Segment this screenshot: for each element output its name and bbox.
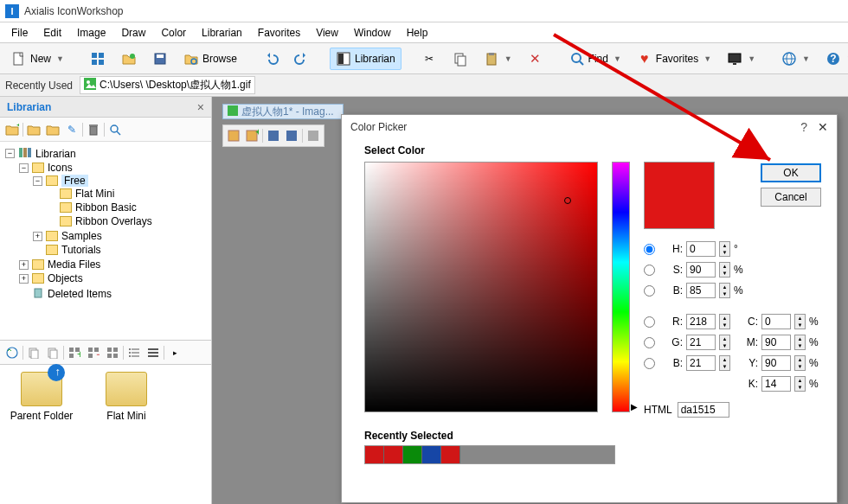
spin-buttons[interactable]: ▲▼ — [794, 314, 806, 329]
tree-free[interactable]: Free — [61, 175, 88, 187]
close-icon[interactable]: ✕ — [818, 120, 828, 134]
new-button[interactable]: New ▼ — [5, 48, 70, 70]
c-input[interactable] — [761, 314, 791, 329]
tree-ribbonoverlays[interactable]: Ribbon Overlays — [75, 215, 152, 227]
spin-buttons[interactable]: ▲▼ — [719, 355, 730, 371]
parent-folder-item[interactable]: Parent Folder — [7, 372, 76, 422]
spin-buttons[interactable]: ▲▼ — [719, 241, 730, 257]
find-button[interactable]: Find ▼ — [563, 48, 627, 70]
tree-flatmini[interactable]: Flat Mini — [75, 188, 114, 200]
cut-button[interactable]: ✂ — [415, 48, 443, 70]
spin-buttons[interactable]: ▲▼ — [719, 283, 730, 298]
s-input[interactable] — [686, 262, 716, 278]
tool-icon[interactable] — [226, 128, 241, 144]
tree-root[interactable]: Librarian — [35, 148, 76, 160]
redo-button[interactable] — [288, 48, 316, 70]
edit-icon[interactable]: ✎ — [63, 121, 80, 138]
tree-objects[interactable]: Objects — [48, 272, 83, 284]
ok-button[interactable]: OK — [761, 163, 821, 182]
expand-icon[interactable]: + — [33, 232, 42, 241]
document-tab[interactable]: 虚拟人物1* - Imag... — [222, 104, 344, 119]
open-button[interactable] — [115, 48, 143, 70]
folder-star-icon[interactable] — [25, 121, 42, 138]
tool-icon[interactable]: ✦ — [244, 128, 260, 144]
g-radio[interactable] — [644, 337, 655, 348]
new-folder-icon[interactable]: ✦ — [3, 121, 21, 138]
grid-plus-icon[interactable]: + — [66, 344, 83, 361]
menu-view[interactable]: View — [308, 24, 346, 41]
tool-icon[interactable] — [305, 128, 321, 144]
globe-button[interactable]: ▼ — [775, 48, 816, 70]
save-icon[interactable] — [284, 128, 299, 144]
librarian-button[interactable]: Librarian — [330, 48, 402, 70]
tree-deleted[interactable]: Deleted Items — [48, 288, 112, 300]
paste-button[interactable]: ▼ — [478, 48, 518, 70]
tree-tutorials[interactable]: Tutorials — [61, 244, 101, 256]
collapse-icon[interactable]: − — [33, 176, 42, 186]
list-detail-icon[interactable] — [145, 344, 162, 361]
librarian-tree[interactable]: −Librarian −Icons −Free Flat Mini Ribbon… — [0, 142, 211, 341]
help-button[interactable]: ?▼ — [819, 48, 848, 70]
sat-radio[interactable] — [644, 265, 655, 276]
monitor-button[interactable]: ▼ — [721, 48, 761, 70]
copy-icon[interactable] — [25, 344, 42, 361]
delete-button[interactable]: ✕ — [522, 48, 549, 70]
folder-icon[interactable] — [44, 121, 61, 138]
copy-button[interactable] — [446, 48, 474, 70]
k-input[interactable] — [761, 376, 791, 392]
tree-icons[interactable]: Icons — [48, 162, 73, 174]
list-icon[interactable] — [125, 344, 143, 361]
swatch[interactable] — [403, 446, 422, 463]
more-icon[interactable]: ▸ — [166, 344, 183, 361]
spin-buttons[interactable]: ▲▼ — [794, 335, 806, 350]
menu-image[interactable]: Image — [69, 24, 113, 41]
menu-draw[interactable]: Draw — [113, 24, 153, 41]
menu-help[interactable]: Help — [399, 24, 436, 41]
menu-favorites[interactable]: Favorites — [250, 24, 308, 41]
tree-ribbonbasic[interactable]: Ribbon Basic — [75, 201, 137, 214]
bri-input[interactable] — [686, 283, 716, 298]
swatch[interactable] — [384, 446, 403, 463]
swatch[interactable] — [422, 446, 441, 463]
bri-radio[interactable] — [644, 285, 655, 297]
close-icon[interactable]: × — [197, 100, 204, 114]
spin-buttons[interactable]: ▲▼ — [719, 262, 730, 278]
h-input[interactable] — [686, 241, 716, 257]
expand-icon[interactable]: + — [19, 260, 29, 270]
menu-window[interactable]: Window — [346, 24, 399, 41]
cancel-button[interactable]: Cancel — [761, 188, 821, 207]
expand-icon[interactable]: + — [19, 274, 29, 284]
save-button[interactable] — [146, 48, 174, 70]
flatmini-folder-item[interactable]: Flat Mini — [92, 372, 161, 422]
grid-icon[interactable] — [104, 344, 121, 361]
grid-button[interactable] — [84, 48, 112, 70]
b-radio[interactable] — [644, 358, 655, 369]
b-input[interactable] — [686, 355, 716, 371]
swatch[interactable] — [441, 446, 460, 463]
spin-buttons[interactable]: ▲▼ — [719, 335, 730, 350]
collapse-icon[interactable]: − — [19, 163, 29, 173]
favorites-button[interactable]: ♥ Favorites ▼ — [631, 48, 717, 70]
trash-icon[interactable] — [85, 121, 102, 138]
spin-buttons[interactable]: ▲▼ — [794, 355, 806, 371]
g-input[interactable] — [686, 335, 716, 350]
search-icon[interactable] — [106, 121, 124, 138]
menu-color[interactable]: Color — [153, 24, 194, 41]
save-icon[interactable] — [266, 128, 281, 144]
hue-radio[interactable] — [644, 244, 655, 255]
copy-icon[interactable] — [44, 344, 61, 361]
spin-buttons[interactable]: ▲▼ — [794, 376, 806, 392]
browse-button[interactable]: Browse — [177, 48, 243, 70]
grid-minus-icon[interactable]: − — [85, 344, 102, 361]
recent-path[interactable]: C:\Users\ \Desktop\虚拟人物1.gif — [80, 76, 255, 94]
menu-librarian[interactable]: Librarian — [194, 24, 250, 41]
undo-button[interactable] — [257, 48, 285, 70]
m-input[interactable] — [761, 335, 791, 350]
tree-samples[interactable]: Samples — [61, 230, 102, 242]
globe-refresh-icon[interactable] — [3, 344, 21, 361]
tree-mediafiles[interactable]: Media Files — [48, 258, 100, 271]
r-radio[interactable] — [644, 316, 655, 328]
r-input[interactable] — [686, 314, 716, 329]
saturation-value-picker[interactable] — [364, 162, 598, 412]
collapse-icon[interactable]: − — [5, 149, 15, 158]
